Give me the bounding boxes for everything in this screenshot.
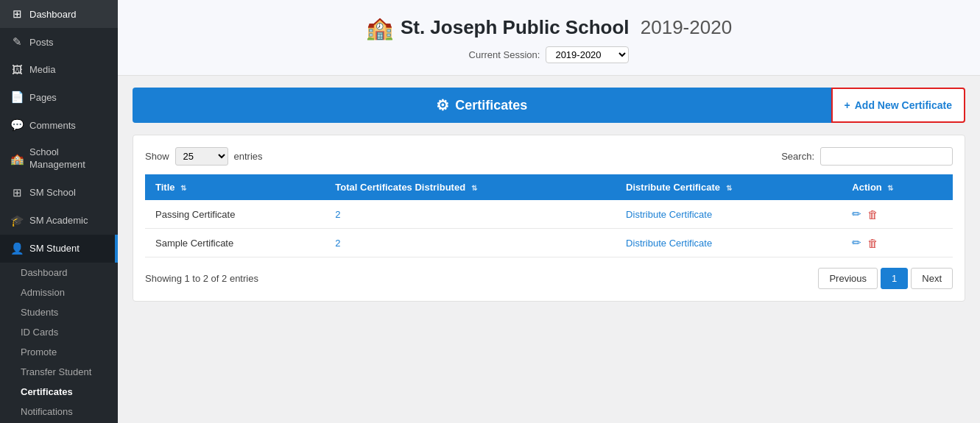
sidebar-sub-notifications[interactable]: Notifications — [0, 402, 118, 422]
search-box: Search: — [781, 147, 953, 166]
cert-bar-title: Certificates — [455, 98, 527, 113]
sort-title-icon[interactable]: ⇅ — [180, 184, 186, 192]
add-new-certificate-button[interactable]: + Add New Certificate — [831, 88, 965, 123]
gear-icon: ⚙ — [436, 96, 449, 114]
sm-school-icon: ⊞ — [10, 186, 24, 199]
school-building-icon: 🏫 — [366, 15, 393, 40]
show-label: Show — [145, 151, 169, 162]
session-label: Current Session: — [469, 49, 540, 60]
media-icon: 🖼 — [10, 63, 24, 76]
total-link-0[interactable]: 2 — [335, 209, 340, 220]
total-link-1[interactable]: 2 — [335, 238, 340, 249]
showing-text: Showing 1 to 2 of 2 entries — [145, 273, 258, 284]
cell-title-1: Sample Certificate — [145, 229, 325, 257]
table-row: Sample Certificate 2 Distribute Certific… — [145, 229, 953, 257]
col-title: Title ⇅ — [145, 174, 325, 200]
entries-label: entries — [234, 151, 263, 162]
school-header: 🏫 St. Joseph Public School 2019-2020 Cur… — [118, 0, 980, 76]
sidebar-item-label: Dashboard — [29, 9, 77, 20]
distribute-link-0[interactable]: Distribute Certificate — [626, 209, 712, 220]
pagination-area: Showing 1 to 2 of 2 entries Previous 1 N… — [145, 268, 953, 289]
sidebar-item-sm-academic[interactable]: 🎓 SM Academic — [0, 207, 118, 235]
cert-header-bar: ⚙ Certificates + Add New Certificate — [133, 88, 965, 123]
sidebar-sub-students[interactable]: Students — [0, 302, 118, 322]
col-distribute: Distribute Certificate ⇅ — [616, 174, 842, 200]
sm-student-icon: 👤 — [10, 242, 24, 255]
cell-total-1: 2 — [325, 229, 616, 257]
table-row: Passing Certificate 2 Distribute Certifi… — [145, 200, 953, 229]
cert-title-bar: ⚙ Certificates — [133, 88, 831, 123]
sidebar-item-comments[interactable]: 💬 Comments — [0, 111, 118, 139]
cell-title-0: Passing Certificate — [145, 200, 325, 229]
sidebar-item-label: Pages — [29, 92, 57, 103]
sidebar-item-label: SM Academic — [29, 215, 88, 226]
sidebar-item-label: School Management — [29, 146, 107, 171]
sidebar-sub-id-cards[interactable]: ID Cards — [0, 322, 118, 342]
school-title: 🏫 St. Joseph Public School 2019-2020 — [133, 15, 965, 40]
edit-icon-1[interactable]: ✏ — [852, 236, 861, 249]
col-action: Action ⇅ — [842, 174, 953, 200]
sidebar-item-media[interactable]: 🖼 Media — [0, 56, 118, 83]
sidebar-item-sm-student[interactable]: 👤 SM Student — [0, 235, 118, 263]
cell-total-0: 2 — [325, 200, 616, 229]
search-label: Search: — [781, 151, 814, 162]
distribute-link-1[interactable]: Distribute Certificate — [626, 238, 712, 249]
session-row: Current Session: 2019-2020 — [133, 46, 965, 63]
sidebar-sub-admission[interactable]: Admission — [0, 282, 118, 302]
add-cert-label: Add New Certificate — [855, 99, 952, 111]
sidebar-item-sm-school[interactable]: ⊞ SM School — [0, 179, 118, 207]
sidebar-sub-transfer-student[interactable]: Transfer Student — [0, 362, 118, 382]
content-area: ⚙ Certificates + Add New Certificate Sho… — [118, 76, 980, 313]
sidebar-item-school-management[interactable]: 🏫 School Management — [0, 139, 118, 179]
table-card: Show 10 25 50 100 entries Search: — [133, 135, 965, 302]
edit-icon-0[interactable]: ✏ — [852, 207, 861, 221]
sidebar-item-label: Media — [29, 64, 55, 75]
next-button[interactable]: Next — [911, 268, 953, 289]
sidebar-item-label: SM Student — [29, 243, 80, 254]
sidebar-item-posts[interactable]: ✎ Posts — [0, 28, 118, 56]
plus-icon: + — [845, 99, 850, 111]
cell-action-0: ✏ 🗑 — [842, 200, 953, 229]
pagination-controls: Previous 1 Next — [818, 268, 953, 289]
previous-button[interactable]: Previous — [818, 268, 878, 289]
sidebar: ⊞ Dashboard ✎ Posts 🖼 Media 📄 Pages 💬 Co… — [0, 0, 118, 423]
page-1-button[interactable]: 1 — [881, 268, 908, 289]
sidebar-sub-certificates[interactable]: Certificates — [0, 382, 118, 402]
sm-academic-icon: 🎓 — [10, 214, 24, 227]
sidebar-item-dashboard[interactable]: ⊞ Dashboard — [0, 0, 118, 28]
show-entries: Show 10 25 50 100 entries — [145, 147, 263, 166]
posts-icon: ✎ — [10, 35, 24, 49]
sidebar-sub-promote[interactable]: Promote — [0, 342, 118, 362]
table-controls: Show 10 25 50 100 entries Search: — [145, 147, 953, 166]
cell-action-1: ✏ 🗑 — [842, 229, 953, 257]
school-name: St. Joseph Public School 2019-2020 — [401, 16, 732, 39]
session-select[interactable]: 2019-2020 — [546, 46, 629, 63]
sort-total-icon[interactable]: ⇅ — [471, 184, 477, 192]
col-total: Total Certificates Distributed ⇅ — [325, 174, 616, 200]
delete-icon-0[interactable]: 🗑 — [867, 208, 878, 221]
entries-select[interactable]: 10 25 50 100 — [175, 147, 228, 166]
delete-icon-1[interactable]: 🗑 — [867, 237, 878, 249]
comments-icon: 💬 — [10, 118, 24, 132]
sort-action-icon[interactable]: ⇅ — [887, 184, 893, 192]
cell-distribute-0: Distribute Certificate — [616, 200, 842, 229]
sidebar-sub-dashboard[interactable]: Dashboard — [0, 263, 118, 282]
search-input[interactable] — [820, 147, 953, 166]
table-header-row: Title ⇅ Total Certificates Distributed ⇅… — [145, 174, 953, 200]
sort-distribute-icon[interactable]: ⇅ — [726, 184, 732, 192]
sidebar-item-label: SM School — [29, 187, 76, 198]
pages-icon: 📄 — [10, 90, 24, 104]
dashboard-icon: ⊞ — [10, 7, 24, 21]
school-management-icon: 🏫 — [10, 152, 24, 166]
certificates-table: Title ⇅ Total Certificates Distributed ⇅… — [145, 174, 953, 257]
sidebar-item-pages[interactable]: 📄 Pages — [0, 83, 118, 111]
cell-distribute-1: Distribute Certificate — [616, 229, 842, 257]
sidebar-item-label: Comments — [29, 120, 76, 131]
main-content: 🏫 St. Joseph Public School 2019-2020 Cur… — [118, 0, 980, 423]
sidebar-item-label: Posts — [29, 37, 54, 48]
